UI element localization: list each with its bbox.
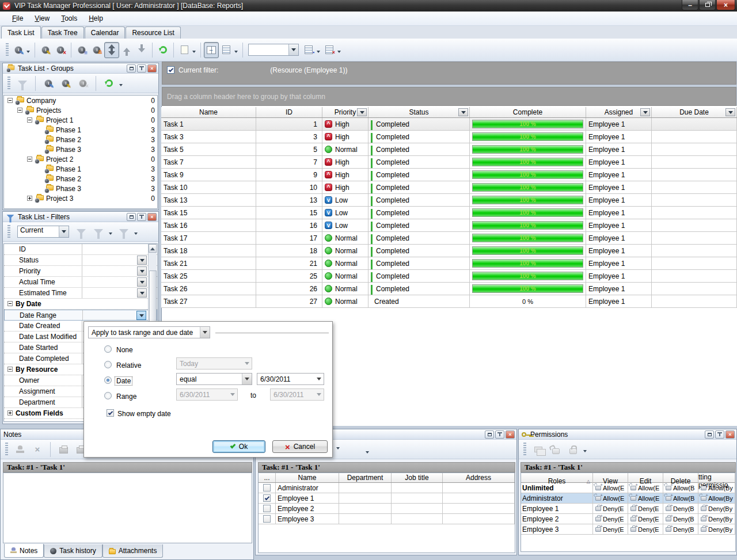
tree-item-phase-1[interactable]: Phase 13 (4, 125, 157, 135)
columns-button[interactable] (204, 42, 219, 58)
save-layout-button[interactable]: ▪ (301, 42, 316, 58)
save-filter-dropdown[interactable] (109, 233, 112, 237)
tree-item-phase-2[interactable]: Phase 23 (4, 174, 157, 184)
assign-column-name[interactable]: Name (276, 473, 339, 482)
save-layout-dropdown[interactable] (317, 51, 320, 55)
filter-row-id[interactable]: ID (4, 244, 157, 255)
restore-button[interactable] (699, 0, 716, 10)
assign-column-job-title[interactable]: Job title (392, 473, 443, 482)
tree-item-phase-3[interactable]: Phase 33 (4, 184, 157, 193)
tab-resource-list[interactable]: Resource List (126, 26, 180, 39)
table-row-task-9[interactable]: Task 99^HighCompleted100 %Employee 1 (161, 169, 737, 181)
radio-date[interactable] (104, 376, 112, 384)
permission-row-employee-3[interactable]: Employee 3Deny(EDeny(EDeny(BDeny(By (521, 524, 735, 535)
delete-task-button[interactable]: × (53, 42, 68, 58)
tree-item-project-3[interactable]: Project 30 (4, 193, 157, 203)
column-filter-button[interactable] (357, 108, 367, 116)
column-header-status[interactable]: Status (368, 107, 470, 117)
table-row-task-10[interactable]: Task 1010^HighCompleted100 %Employee 1 (161, 181, 737, 194)
radio-relative[interactable] (104, 361, 112, 368)
assign-column-[interactable]: ... (259, 473, 276, 482)
tree-item-company[interactable]: Company0 (4, 96, 157, 105)
table-row-task-16[interactable]: Task 1616vLowCompleted100 %Employee 1 (161, 219, 737, 232)
filter-dropdown-button[interactable] (137, 266, 147, 276)
panel-pin-button[interactable] (137, 64, 146, 73)
column-filter-button[interactable] (458, 108, 468, 116)
filter-preset-combobox[interactable]: Current (17, 226, 69, 238)
table-row-task-15[interactable]: Task 1515vLowCompleted100 %Employee 1 (161, 207, 737, 219)
clear-filter-button[interactable] (116, 224, 131, 240)
edit-task-button[interactable]: ✎ (38, 42, 53, 58)
collapse-icon[interactable] (7, 367, 13, 372)
column-header-due-date[interactable]: Due Date (652, 107, 737, 117)
panel-minimize-button[interactable] (705, 431, 714, 439)
table-row-task-1[interactable]: Task 11^HighCompleted100 %Employee 1 (161, 118, 737, 131)
assign-row-administrator[interactable]: Administrator (259, 483, 515, 493)
update-task-button[interactable]: ≞ (89, 42, 104, 58)
permission-row-employee-1[interactable]: Employee 1Deny(EDeny(EDeny(BDeny(By (521, 504, 735, 514)
assign-checkbox[interactable] (263, 484, 271, 492)
filter-row-priority[interactable]: Priority (4, 266, 157, 277)
clear-layout-dropdown[interactable] (337, 51, 341, 55)
assign-row-employee-3[interactable]: Employee 3 (259, 514, 515, 524)
panel-minimize-button[interactable] (127, 213, 136, 221)
assign-row-employee-2[interactable]: Employee 2 (259, 504, 515, 514)
column-header-complete[interactable]: Complete (470, 107, 586, 117)
assignments-dropdown-2[interactable] (366, 451, 369, 455)
move-up-button[interactable] (119, 42, 134, 58)
panel-close-button[interactable]: × (147, 213, 157, 221)
table-row-task-25[interactable]: Task 2525NormalCompleted100 %Employee 1 (161, 270, 737, 283)
menu-tools[interactable]: Tools (56, 13, 82, 24)
column-header-assigned[interactable]: Assigned (586, 107, 652, 117)
filter-row-actual-time[interactable]: Actual Time (4, 277, 157, 288)
expand-rows-button[interactable] (104, 42, 119, 58)
apply-to-dropdown[interactable] (200, 327, 210, 338)
table-row-task-18[interactable]: Task 1818NormalCompleted100 %Employee 1 (161, 245, 737, 257)
bottom-tab-attachments[interactable]: Attachments (102, 544, 164, 558)
filter-dropdown-button[interactable] (137, 256, 147, 265)
tree-item-phase-2[interactable]: Phase 23 (4, 135, 157, 144)
inherit-permissions-button[interactable] (531, 441, 546, 458)
cancel-button[interactable]: ×Cancel (272, 440, 328, 453)
menu-view[interactable]: View (29, 13, 55, 24)
assign-column-address[interactable]: Address (443, 473, 515, 482)
menu-file[interactable]: File (7, 13, 28, 24)
apply-to-combobox[interactable]: Apply to task range and due date (88, 326, 210, 338)
assign-checkbox[interactable] (263, 505, 271, 512)
column-header-priority[interactable]: Priority (322, 107, 368, 117)
apply-filter-button[interactable] (74, 224, 89, 240)
collapse-icon[interactable] (27, 157, 32, 162)
new-task-dropdown[interactable] (26, 51, 30, 55)
collapse-icon[interactable] (17, 108, 22, 113)
view-list-dropdown[interactable] (234, 51, 238, 55)
expand-icon[interactable] (27, 196, 32, 201)
table-row-task-21[interactable]: Task 2121NormalCompleted100 %Employee 1 (161, 257, 737, 270)
filter-row-by-date[interactable]: By Date (4, 299, 157, 310)
assign-checkbox[interactable] (263, 515, 271, 523)
bottom-tab-notes[interactable]: Notes (4, 544, 44, 558)
table-row-task-13[interactable]: Task 1313vLowCompleted100 %Employee 1 (161, 194, 737, 207)
move-down-button[interactable] (134, 42, 149, 58)
menu-help[interactable]: Help (83, 13, 108, 24)
table-row-task-7[interactable]: Task 77^HighCompleted100 %Employee 1 (161, 156, 737, 169)
export-dropdown[interactable] (192, 51, 196, 55)
column-header-id[interactable]: ID (256, 107, 322, 117)
lock-button[interactable] (565, 441, 580, 458)
filter-dropdown-button[interactable] (137, 277, 147, 287)
date-combobox[interactable]: 6/30/2011 (257, 373, 324, 385)
assign-row-employee-1[interactable]: Employee 1 (259, 493, 515, 504)
panel-pin-button[interactable] (715, 431, 724, 439)
layout-combobox-dropdown[interactable] (288, 44, 298, 55)
assign-checkbox[interactable] (263, 494, 271, 502)
groups-add-button[interactable]: ✎ (41, 75, 56, 92)
save-filter-button[interactable] (91, 224, 106, 240)
filter-dropdown-button[interactable] (136, 311, 146, 320)
operator-dropdown[interactable] (242, 374, 252, 384)
groups-edit-button[interactable]: ✎ (58, 75, 73, 92)
bottom-tab-task-history[interactable]: Task history (44, 544, 102, 558)
tab-task-tree[interactable]: Task Tree (41, 26, 84, 39)
panel-minimize-button[interactable] (127, 64, 136, 73)
panel-close-button[interactable]: × (725, 431, 735, 439)
column-filter-button[interactable] (640, 108, 650, 116)
column-filter-button[interactable] (725, 108, 735, 116)
